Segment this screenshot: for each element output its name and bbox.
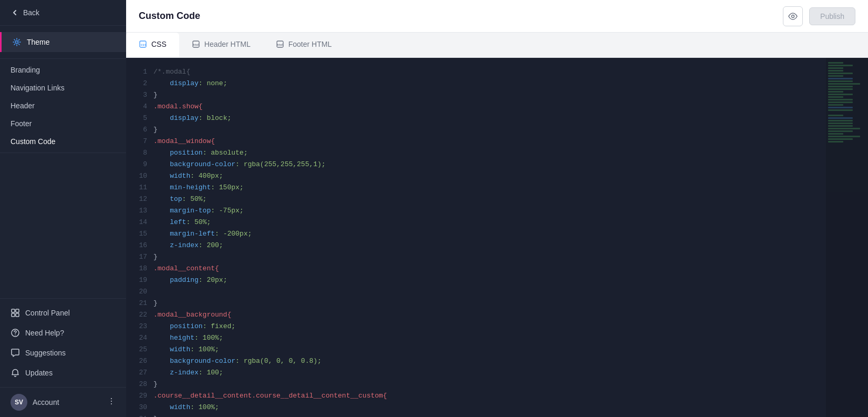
theme-nav-section: Theme: [0, 26, 126, 59]
line-number: 15: [132, 228, 147, 240]
page-title: Custom Code: [139, 11, 200, 22]
html-icon-footer: html: [276, 40, 284, 48]
account-left: SV Account: [11, 394, 59, 411]
svg-rect-1: [12, 309, 15, 312]
chat-icon: [11, 348, 20, 358]
sidebar-item-need-help-label: Need Help?: [25, 329, 64, 337]
sidebar-item-updates-label: Updates: [25, 369, 53, 377]
line-number: 18: [132, 263, 147, 274]
code-line: position: absolute;: [153, 147, 818, 159]
html-icon-header: html: [192, 40, 200, 48]
line-number: 26: [132, 355, 147, 367]
css-icon: css: [139, 40, 147, 48]
svg-point-8: [111, 401, 112, 402]
line-number: 14: [132, 217, 147, 228]
code-line: .course__detail__content.course__detail_…: [153, 390, 818, 402]
code-line: position: fixed;: [153, 321, 818, 332]
code-line: width: 400px;: [153, 170, 818, 182]
back-label: Back: [23, 8, 39, 17]
code-line: margin-left: -200px;: [153, 228, 818, 240]
code-line: .modal__background{: [153, 309, 818, 321]
tab-header-html[interactable]: html Header HTML: [179, 33, 263, 57]
svg-point-10: [792, 15, 794, 17]
sidebar-top: Back: [0, 0, 126, 26]
line-number: 27: [132, 367, 147, 379]
code-line: }: [153, 89, 818, 101]
code-line: background-color: rgba(255,255,255,1);: [153, 159, 818, 170]
code-line: }: [153, 413, 818, 417]
line-number: 29: [132, 390, 147, 402]
eye-icon: [788, 12, 798, 21]
arrow-left-icon: [11, 8, 19, 17]
code-line: background-color: rgba(0, 0, 0, 0.8);: [153, 355, 818, 367]
avatar: SV: [11, 394, 27, 411]
preview-button[interactable]: [783, 6, 803, 26]
sidebar-item-control-panel[interactable]: Control Panel: [0, 303, 126, 323]
line-number: 9: [132, 159, 147, 170]
line-number: 8: [132, 147, 147, 159]
tab-footer-html-label: Footer HTML: [288, 40, 332, 48]
line-number: 5: [132, 113, 147, 124]
code-editor[interactable]: 1234567891011121314151617181920212223242…: [126, 58, 868, 417]
code-line: left: 50%;: [153, 217, 818, 228]
line-number: 25: [132, 344, 147, 355]
sidebar-item-theme[interactable]: Theme: [0, 32, 126, 52]
sidebar: Back Theme Branding Navigation Links Hea…: [0, 0, 126, 417]
sidebar-item-control-panel-label: Control Panel: [25, 309, 70, 317]
tab-css-label: CSS: [151, 40, 167, 48]
code-line: height: 100%;: [153, 332, 818, 344]
line-number: 10: [132, 170, 147, 182]
line-number: 28: [132, 379, 147, 390]
sidebar-subitem-custom-code[interactable]: Custom Code: [0, 133, 126, 150]
line-number: 2: [132, 78, 147, 89]
line-number: 23: [132, 321, 147, 332]
sidebar-subitem-navigation-links[interactable]: Navigation Links: [0, 79, 126, 97]
back-button[interactable]: Back: [11, 8, 116, 17]
line-numbers: 1234567891011121314151617181920212223242…: [126, 58, 153, 417]
code-line: }: [153, 251, 818, 263]
minimap: [826, 58, 868, 417]
svg-rect-2: [16, 309, 19, 312]
code-line: }: [153, 298, 818, 309]
code-line: margin-top: -75px;: [153, 205, 818, 217]
sidebar-item-need-help[interactable]: Need Help?: [0, 323, 126, 343]
topbar-actions: Publish: [783, 6, 855, 26]
sidebar-item-suggestions[interactable]: Suggestions: [0, 343, 126, 363]
line-number: 16: [132, 240, 147, 251]
tab-footer-html[interactable]: html Footer HTML: [263, 33, 344, 57]
line-number: 6: [132, 124, 147, 136]
code-line: }: [153, 124, 818, 136]
gear-icon: [12, 37, 22, 47]
code-line: min-height: 150px;: [153, 182, 818, 194]
svg-text:html: html: [193, 43, 199, 46]
sidebar-subitem-header[interactable]: Header: [0, 97, 126, 115]
code-content[interactable]: /*.modal{ display: none;}.modal.show{ di…: [153, 58, 826, 417]
sidebar-subitem-footer[interactable]: Footer: [0, 115, 126, 133]
publish-button[interactable]: Publish: [809, 7, 855, 25]
code-line: }: [153, 379, 818, 390]
sidebar-item-theme-label: Theme: [27, 38, 50, 46]
code-line: z-index: 200;: [153, 240, 818, 251]
line-number: 7: [132, 136, 147, 147]
account-section[interactable]: SV Account: [0, 387, 126, 417]
svg-text:css: css: [141, 43, 147, 46]
line-number: 4: [132, 101, 147, 113]
line-number: 21: [132, 298, 147, 309]
sidebar-item-updates[interactable]: Updates: [0, 363, 126, 383]
tabs-bar: css CSS html Header HTML html Footer HTM: [126, 33, 868, 58]
line-number: 19: [132, 274, 147, 286]
line-number: 22: [132, 309, 147, 321]
code-line: .modal__window{: [153, 136, 818, 147]
tab-css[interactable]: css CSS: [126, 33, 179, 57]
sidebar-subitem-branding[interactable]: Branding: [0, 61, 126, 79]
line-number: 13: [132, 205, 147, 217]
code-line: top: 50%;: [153, 194, 818, 205]
account-menu-icon[interactable]: [107, 397, 116, 408]
sidebar-bottom-nav: Control Panel Need Help? Suggestions: [0, 298, 126, 387]
svg-point-6: [15, 334, 16, 335]
line-number: 24: [132, 332, 147, 344]
line-number: 31: [132, 413, 147, 417]
code-line: width: 100%;: [153, 344, 818, 355]
code-line: z-index: 100;: [153, 367, 818, 379]
code-line: display: none;: [153, 78, 818, 89]
